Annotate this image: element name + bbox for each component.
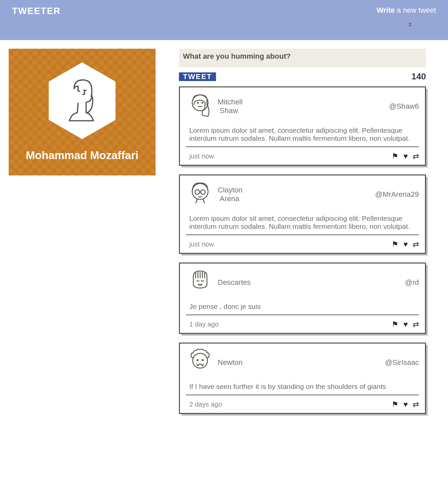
- tweet-last-name: Shaw: [218, 106, 243, 115]
- write-tweet-link[interactable]: Write a new tweet: [377, 6, 436, 14]
- tweet-user: Descartes: [218, 278, 251, 287]
- tweet-actions: ⚑♥⇄: [392, 152, 419, 161]
- flag-icon[interactable]: ⚑: [392, 400, 399, 409]
- tweet-time: just now: [189, 240, 214, 248]
- avatar-icon: [186, 268, 214, 297]
- tweet-header: Newton@SirIsaac: [186, 348, 419, 377]
- svg-point-5: [195, 190, 200, 194]
- tweet-handle: @MrArena29: [375, 190, 419, 199]
- tweet-footer: just now⚑♥⇄: [186, 235, 419, 249]
- tweet-first-name: Mitchell: [218, 98, 243, 106]
- tweet-body: Lorem ipsum dolor sit amet, consectetur …: [186, 208, 419, 235]
- svg-point-14: [197, 360, 198, 361]
- avatar-hexagon: [49, 62, 116, 139]
- tweet-user: MitchellShaw: [218, 98, 243, 115]
- tweet-first-name: Descartes: [218, 278, 251, 287]
- tweet-actions: ⚑♥⇄: [392, 320, 419, 329]
- write-area: Write a new tweet ⌄⌄: [377, 6, 436, 25]
- char-counter: 140: [412, 71, 426, 82]
- write-bold: Write: [377, 6, 395, 14]
- tweet-card: MitchellShaw@Shaw6Lorem ipsum dolor sit …: [179, 86, 426, 166]
- tweet-first-name: Clayton: [218, 186, 243, 194]
- svg-point-15: [202, 360, 203, 361]
- retweet-icon[interactable]: ⇄: [413, 240, 419, 249]
- tweet-time: 2 days ago: [189, 401, 222, 408]
- flag-icon[interactable]: ⚑: [392, 320, 399, 329]
- heart-icon[interactable]: ♥: [403, 400, 408, 409]
- chevron-down-icon[interactable]: ⌄⌄: [377, 21, 436, 25]
- svg-point-13: [193, 353, 207, 368]
- main-feed: Tweet 140 MitchellShaw@Shaw6Lorem ipsum …: [179, 49, 426, 423]
- svg-point-6: [201, 190, 205, 194]
- brand-logo[interactable]: tweeter: [12, 6, 61, 16]
- tweet-time: 1 day ago: [189, 321, 219, 328]
- write-rest: a new tweet: [395, 6, 436, 14]
- heart-icon[interactable]: ♥: [403, 240, 408, 249]
- tweet-actions: ⚑♥⇄: [392, 240, 419, 249]
- profile-card: Mohammad Mozaffari: [9, 49, 156, 175]
- tweet-handle: @rd: [405, 278, 419, 287]
- tweet-body: Je pense , donc je suis: [186, 297, 419, 315]
- heart-icon[interactable]: ♥: [403, 152, 408, 161]
- tweet-card: ClaytonArena@MrArena29Lorem ipsum dolor …: [179, 174, 426, 254]
- retweet-icon[interactable]: ⇄: [413, 400, 419, 409]
- profile-avatar-icon: [62, 76, 102, 126]
- avatar-icon: [186, 92, 214, 120]
- tweet-button[interactable]: Tweet: [179, 72, 216, 81]
- main-container: Mohammad Mozaffari Tweet 140 MitchellSha…: [0, 40, 448, 431]
- flag-icon[interactable]: ⚑: [392, 152, 399, 161]
- tweet-footer: 2 days ago⚑♥⇄: [186, 395, 419, 409]
- tweet-user: ClaytonArena: [218, 186, 243, 203]
- compose-row: Tweet 140: [179, 71, 426, 82]
- navbar: tweeter Write a new tweet ⌄⌄: [0, 0, 448, 40]
- retweet-icon[interactable]: ⇄: [413, 320, 419, 329]
- retweet-icon[interactable]: ⇄: [413, 152, 419, 161]
- tweet-card: Descartes@rdJe pense , donc je suis1 day…: [179, 263, 426, 334]
- tweet-handle: @Shaw6: [389, 102, 419, 111]
- flag-icon[interactable]: ⚑: [392, 240, 399, 249]
- tweet-user: Newton: [218, 358, 243, 367]
- tweet-handle: @SirIsaac: [385, 358, 419, 367]
- tweet-header: Descartes@rd: [186, 268, 419, 297]
- tweet-card: Newton@SirIsaacIf I have seen further it…: [179, 343, 426, 414]
- tweet-first-name: Newton: [218, 358, 243, 367]
- tweet-feed: MitchellShaw@Shaw6Lorem ipsum dolor sit …: [179, 86, 426, 414]
- tweet-actions: ⚑♥⇄: [392, 400, 419, 409]
- tweet-header: ClaytonArena@MrArena29: [186, 180, 419, 208]
- tweet-last-name: Arena: [218, 194, 243, 203]
- tweet-header: MitchellShaw@Shaw6: [186, 92, 419, 120]
- svg-point-2: [197, 102, 198, 103]
- tweet-body: If I have seen further it is by standing…: [186, 377, 419, 395]
- compose-input[interactable]: [179, 49, 426, 67]
- tweet-time: just now: [189, 152, 214, 160]
- heart-icon[interactable]: ♥: [403, 320, 408, 329]
- tweet-body: Lorem ipsum dolor sit amet, consectetur …: [186, 120, 419, 147]
- tweet-footer: just now⚑♥⇄: [186, 147, 419, 161]
- avatar-icon: [186, 180, 214, 208]
- avatar-icon: [186, 348, 214, 377]
- profile-name: Mohammad Mozaffari: [26, 149, 138, 162]
- svg-point-3: [202, 102, 203, 103]
- tweet-footer: 1 day ago⚑♥⇄: [186, 315, 419, 329]
